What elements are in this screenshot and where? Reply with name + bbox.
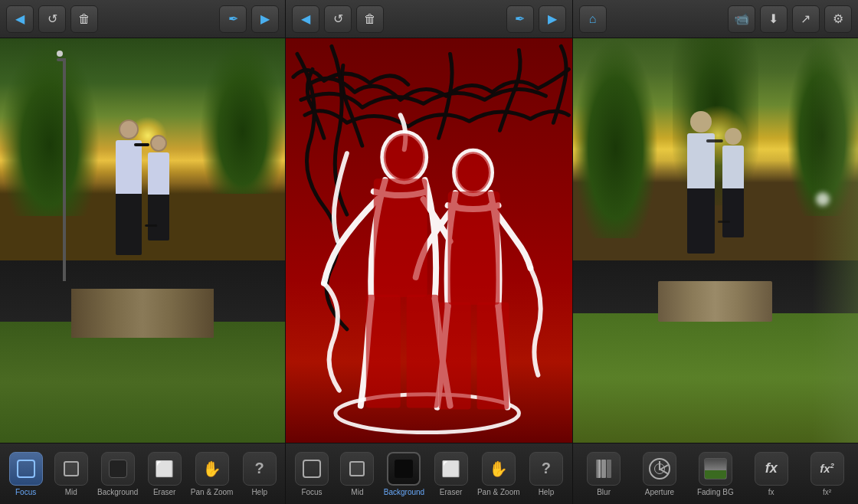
pan-icon-middle: ✋ xyxy=(482,452,516,486)
svg-rect-5 xyxy=(366,295,401,408)
tool-eraser-middle[interactable]: ⬜ Eraser xyxy=(432,452,470,496)
aperture-icon-right xyxy=(643,452,676,486)
svg-point-3 xyxy=(384,133,425,181)
mid-label-middle: Mid xyxy=(351,488,363,496)
background-label-left: Background xyxy=(97,488,138,496)
panel-left: ◀ ↺ 🗑 ✒ ▶ xyxy=(0,0,285,504)
video-button-right[interactable]: 📹 xyxy=(728,5,755,33)
download-button-right[interactable]: ⬇ xyxy=(760,5,788,33)
svg-rect-9 xyxy=(439,303,471,410)
fading-bg-icon-right xyxy=(699,452,732,486)
toolbar-right: ⌂ 📹 ⬇ ↗ ⚙ xyxy=(573,0,858,38)
tool-mid-middle[interactable]: Mid xyxy=(338,452,376,496)
fx-label-right: fx xyxy=(768,488,774,496)
focus-label-left: Focus xyxy=(15,488,36,496)
tool-background-middle[interactable]: Background xyxy=(384,452,424,496)
back-button-middle[interactable]: ◀ xyxy=(292,5,319,33)
photo-right xyxy=(573,38,858,443)
mid-label-left: Mid xyxy=(65,488,77,496)
bottom-toolbar-right: Blur Aperture Fading BG xyxy=(573,443,858,504)
tool-mid-left[interactable]: Mid xyxy=(52,452,90,496)
fx2-label-right: fx² xyxy=(823,488,831,496)
help-icon-left: ? xyxy=(243,452,277,486)
tool-fx-right[interactable]: fx fx xyxy=(752,452,791,496)
toolbar-middle: ◀ ↺ 🗑 ✒ ▶ xyxy=(286,0,571,38)
forward-button-middle[interactable]: ▶ xyxy=(539,5,566,33)
bottom-toolbar-middle: Focus Mid Background ⬜ Eraser xyxy=(286,443,571,504)
aperture-label-right: Aperture xyxy=(645,488,674,496)
svg-rect-8 xyxy=(448,191,500,305)
pan-icon-left: ✋ xyxy=(195,452,229,486)
tool-pan-middle[interactable]: ✋ Pan & Zoom xyxy=(477,452,520,496)
mid-icon-middle xyxy=(340,452,374,486)
fading-bg-label-right: Fading BG xyxy=(697,488,734,496)
tool-focus-middle[interactable]: Focus xyxy=(293,452,331,496)
photo-middle xyxy=(286,38,571,443)
panel-right: ⌂ 📹 ⬇ ↗ ⚙ xyxy=(573,0,858,504)
eraser-label-left: Eraser xyxy=(153,488,175,496)
undo-button-left[interactable]: ↺ xyxy=(38,5,66,33)
tool-blur-right[interactable]: Blur xyxy=(585,452,623,496)
help-label-middle: Help xyxy=(539,488,555,496)
share-button-right[interactable]: ↗ xyxy=(792,5,820,33)
back-button-left[interactable]: ◀ xyxy=(6,5,34,33)
tool-help-left[interactable]: ? Help xyxy=(241,452,279,496)
blur-label-right: Blur xyxy=(597,488,611,496)
background-icon-left xyxy=(101,452,135,486)
mid-icon-left xyxy=(54,452,88,486)
main-container: ◀ ↺ 🗑 ✒ ▶ xyxy=(0,0,858,504)
fx-icon-right: fx xyxy=(755,452,788,486)
tool-eraser-left[interactable]: ⬜ Eraser xyxy=(146,452,184,496)
image-area-left xyxy=(0,38,285,443)
pan-label-left: Pan & Zoom xyxy=(191,488,234,496)
image-area-middle[interactable] xyxy=(286,38,571,443)
photo-left xyxy=(0,38,285,443)
focus-label-middle: Focus xyxy=(301,488,322,496)
help-icon-middle: ? xyxy=(529,452,563,486)
undo-button-middle[interactable]: ↺ xyxy=(324,5,352,33)
annotation-strokes xyxy=(286,38,571,443)
svg-point-7 xyxy=(456,152,491,193)
home-button-right[interactable]: ⌂ xyxy=(579,5,607,33)
eraser-icon-middle: ⬜ xyxy=(434,452,468,486)
fx2-icon-right: fx2 xyxy=(811,452,844,486)
tool-help-middle[interactable]: ? Help xyxy=(527,452,565,496)
delete-button-middle[interactable]: 🗑 xyxy=(356,5,384,33)
pan-label-middle: Pan & Zoom xyxy=(477,488,520,496)
bottom-toolbar-left: Focus Mid Background ⬜ Eraser xyxy=(0,443,285,504)
forward-button-left[interactable]: ▶ xyxy=(251,5,279,33)
tool-background-left[interactable]: Background xyxy=(97,452,138,496)
focus-icon-left xyxy=(9,452,43,486)
svg-rect-10 xyxy=(477,303,509,410)
eraser-icon-left: ⬜ xyxy=(148,452,182,486)
tool-aperture-right[interactable]: Aperture xyxy=(640,452,679,496)
delete-button-left[interactable]: 🗑 xyxy=(70,5,98,33)
help-label-left: Help xyxy=(251,488,267,496)
tool-fx2-right[interactable]: fx2 fx² xyxy=(808,452,847,496)
svg-rect-4 xyxy=(374,178,427,297)
pen-button-left[interactable]: ✒ xyxy=(219,5,247,33)
panel-middle: ◀ ↺ 🗑 ✒ ▶ xyxy=(286,0,571,504)
toolbar-left: ◀ ↺ 🗑 ✒ ▶ xyxy=(0,0,285,38)
image-area-right xyxy=(573,38,858,443)
settings-button-right[interactable]: ⚙ xyxy=(824,5,852,33)
tool-focus-left[interactable]: Focus xyxy=(7,452,45,496)
svg-rect-6 xyxy=(407,295,439,408)
blur-icon-right xyxy=(587,452,621,486)
tool-pan-left[interactable]: ✋ Pan & Zoom xyxy=(191,452,234,496)
pen-button-middle[interactable]: ✒ xyxy=(506,5,534,33)
tool-fading-bg-right[interactable]: Fading BG xyxy=(696,452,735,496)
focus-icon-middle xyxy=(295,452,329,486)
eraser-label-middle: Eraser xyxy=(440,488,462,496)
background-icon-middle xyxy=(387,452,421,486)
background-label-middle: Background xyxy=(384,488,424,496)
